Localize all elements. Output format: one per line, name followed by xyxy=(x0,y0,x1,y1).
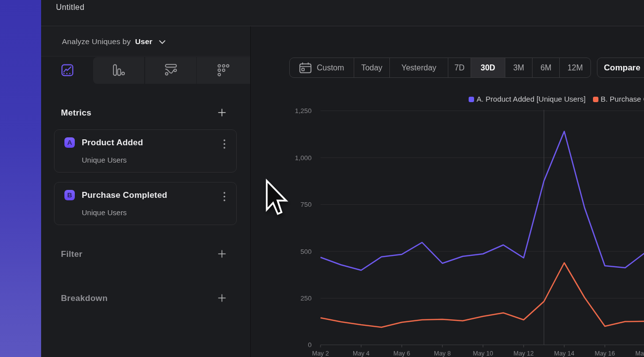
svg-text:May 16: May 16 xyxy=(595,350,615,357)
svg-text:500: 500 xyxy=(300,248,312,255)
svg-text:1,250: 1,250 xyxy=(295,107,312,115)
svg-text:May 12: May 12 xyxy=(514,350,534,357)
svg-text:May 18: May 18 xyxy=(636,350,644,357)
svg-text:May 14: May 14 xyxy=(554,350,575,357)
svg-text:May 8: May 8 xyxy=(434,350,451,357)
svg-text:May 4: May 4 xyxy=(353,350,370,357)
svg-text:May 6: May 6 xyxy=(393,350,410,357)
svg-text:250: 250 xyxy=(300,295,312,302)
svg-text:750: 750 xyxy=(300,201,312,208)
svg-text:1,000: 1,000 xyxy=(295,154,312,162)
svg-text:May 10: May 10 xyxy=(473,350,493,357)
svg-text:0: 0 xyxy=(308,341,312,349)
svg-text:May 2: May 2 xyxy=(312,350,329,357)
